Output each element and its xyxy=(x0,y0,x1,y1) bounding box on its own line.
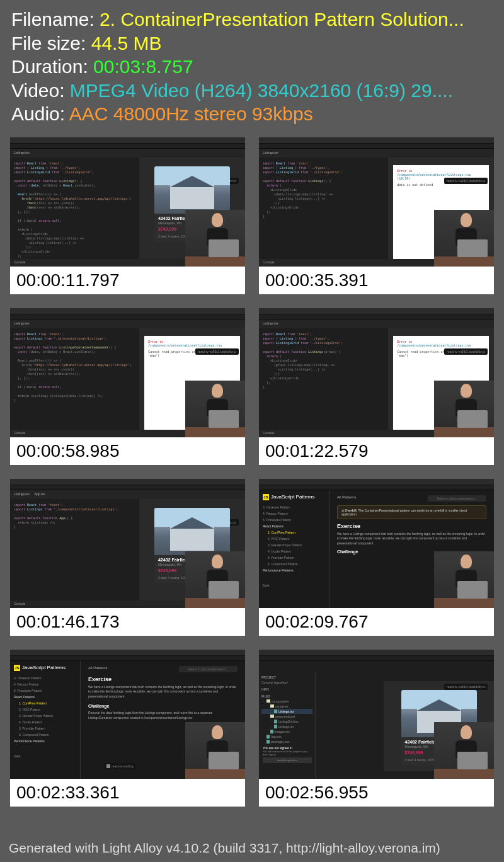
preview-url: react-tv-vu93r2.stackblitz.io xyxy=(195,348,239,355)
thumbnail-grid: Listings.tsx import React from 'react'; … xyxy=(0,131,504,813)
nav-item: 3. Observer Pattern xyxy=(14,675,76,681)
nav-item: 2. HOC Pattern xyxy=(14,706,76,713)
presenter-overlay xyxy=(185,210,245,267)
signin-text: You will lose access to this project if … xyxy=(263,750,312,756)
tree-file: Listings.tsx xyxy=(278,725,294,728)
nav-item-active: 1. Con/Pres Pattern xyxy=(14,700,76,706)
filename-label: Filename: xyxy=(11,9,100,30)
docs-sidebar: JSJavaScript Patterns 3. Observer Patter… xyxy=(259,490,329,608)
code-pane: import React from 'react'; import Listin… xyxy=(10,499,139,608)
timestamp: 00:01:22.579 xyxy=(259,437,494,465)
nav-item: 5. Provider Pattern xyxy=(14,725,76,732)
filename-value: 2. ContainerPresentation Pattern Solutio… xyxy=(100,9,464,30)
video-label: Video: xyxy=(11,80,70,101)
thumbnail-1[interactable]: Listings.tsx import React from 'react'; … xyxy=(10,137,245,294)
signin-button: stackblitz.github.io xyxy=(263,757,312,763)
overkill-text: The Container/Presentational pattern can… xyxy=(341,509,467,516)
presenter-overlay xyxy=(434,210,494,267)
editor-tab: Listings.tsx xyxy=(263,321,278,326)
thumbnail-6[interactable]: JSJavaScript Patterns 3. Observer Patter… xyxy=(259,479,494,636)
preview-url: react-tv-vu93r2.stackblitz.io xyxy=(444,684,488,690)
nav-item: 4. Hooks Pattern xyxy=(14,719,76,725)
challenge-text: Remove the data fetching logic from the … xyxy=(88,711,238,720)
thumbnail-2[interactable]: Listings.tsx import React from 'react'; … xyxy=(259,137,494,294)
house-image xyxy=(154,508,230,555)
thumb-image: Listings.tsx import React from 'react'; … xyxy=(10,308,245,437)
docs-sidebar: JSJavaScript Patterns 3. Observer Patter… xyxy=(10,661,81,779)
audio-label: Audio: xyxy=(11,103,69,124)
editor-tab: Listings.tsx xyxy=(14,321,30,326)
nav-item: 4. Factory Pattern xyxy=(263,510,325,517)
challenge-heading: Challenge xyxy=(88,704,238,708)
overkill-callout: ⚠ Overkill: The Container/Presentational… xyxy=(337,505,486,519)
duration-label: Duration: xyxy=(11,56,93,77)
error-message: data is not defined xyxy=(397,183,433,187)
filesize-row: File size: 44.5 MB xyxy=(11,32,493,55)
tree-file: ListingGrid.tsx xyxy=(278,720,299,723)
thumb-image: Listings.tsx import React from 'react'; … xyxy=(259,137,494,267)
search-box: Search documentation... xyxy=(179,666,238,672)
filesize-value: 44.5 MB xyxy=(91,33,162,54)
thumbnail-8[interactable]: PROJECT Connect repository INFO FILES co… xyxy=(259,650,494,807)
house-image xyxy=(154,166,230,214)
docs-brand: JSJavaScript Patterns xyxy=(14,665,76,671)
tree-heading: FILES xyxy=(261,694,312,699)
thumbnail-3[interactable]: Listings.tsx import React from 'react'; … xyxy=(10,308,245,465)
nav-item: 5. Prototype Pattern xyxy=(263,517,325,523)
timestamp: 00:00:11.797 xyxy=(10,267,245,294)
tree-file: package.json xyxy=(271,740,289,744)
nav-heading: Performance Patterns xyxy=(263,567,325,573)
filesize-label: File size: xyxy=(11,33,91,54)
tree-folder: container xyxy=(275,704,289,708)
timestamp: 00:02:56.955 xyxy=(259,779,494,807)
file-tree: PROJECT Connect repository INFO FILES co… xyxy=(259,672,316,779)
footer-text: Generated with Light Alloy v4.10.2 (buil… xyxy=(9,841,440,856)
file-info-panel: Filename: 2. ContainerPresentation Patte… xyxy=(0,0,504,131)
tree-heading: INFO xyxy=(261,687,312,692)
nav-item: 6. Compound Pattern xyxy=(14,732,76,738)
preview-url: react-tv-vu93r2.stackblitz.io xyxy=(444,178,488,184)
timestamp: 00:01:46.173 xyxy=(10,608,245,636)
nav-item: 4. Hooks Pattern xyxy=(263,548,325,555)
thumbnail-4[interactable]: Listings.tsx import React from 'react'; … xyxy=(259,308,494,465)
code-pane: import React from 'react'; import { List… xyxy=(10,158,139,267)
tree-heading: PROJECT xyxy=(261,675,312,680)
nav-item: 3. Observer Pattern xyxy=(263,504,325,510)
presenter-overlay xyxy=(434,722,494,779)
nav-item: 5. Prototype Pattern xyxy=(14,687,76,694)
thumbnail-5[interactable]: Listings.tsxApp.tsx import React from 'r… xyxy=(10,479,245,636)
nav-item: 6. Compound Pattern xyxy=(263,561,325,567)
signin-notice: You are not signed in You will lose acce… xyxy=(263,746,312,763)
timestamp: 00:02:33.361 xyxy=(10,779,245,807)
nav-heading: Performance Patterns xyxy=(14,738,76,744)
search-box: Search documentation... xyxy=(428,495,486,502)
timestamp: 00:00:35.391 xyxy=(259,267,494,294)
editor-tab: App.tsx xyxy=(35,492,45,497)
exercise-text: We have a Listings component that both c… xyxy=(337,532,486,546)
preview-url: react-tv-vu93r2.stackblitz.io xyxy=(444,348,488,355)
thumb-image: Listings.tsx import React from 'react'; … xyxy=(259,308,494,437)
exercise-text: We have a Listings component that both c… xyxy=(88,685,238,699)
tree-file-selected: Listings.tsx xyxy=(278,710,294,713)
error-title: Error in xyxy=(397,169,412,173)
presenter-overlay xyxy=(434,381,494,437)
code-pane: import React from 'react'; import { List… xyxy=(259,328,388,437)
thumb-image: JSJavaScript Patterns 3. Observer Patter… xyxy=(10,650,245,779)
exercise-heading: Exercise xyxy=(337,523,486,529)
presenter-overlay xyxy=(185,381,245,437)
nav-heading: React Patterns xyxy=(14,694,76,700)
duration-value: 00:03:8.757 xyxy=(93,56,193,77)
thumbnail-7[interactable]: JSJavaScript Patterns 3. Observer Patter… xyxy=(10,650,245,807)
nav-item: 2. HOC Pattern xyxy=(263,536,325,542)
thumb-image: Listings.tsxApp.tsx import React from 'r… xyxy=(10,479,245,608)
code-pane: import React from 'react'; import { List… xyxy=(259,158,388,267)
sandbox-name: react-tv-mufzcq xyxy=(112,764,133,768)
editor-tab: Listings.tsx xyxy=(14,492,30,497)
video-row: Video: MPEG4 Video (H264) 3840x2160 (16:… xyxy=(11,79,493,103)
error-path: /components/presentational/Listings.tsx xyxy=(148,343,236,347)
all-patterns-link: All Patterns xyxy=(88,666,108,672)
tree-file: App.tsx xyxy=(271,735,282,738)
exercise-heading: Exercise xyxy=(88,676,238,682)
nav-item: Dark xyxy=(263,582,325,589)
editor-tab: Listings.tsx xyxy=(14,151,30,156)
